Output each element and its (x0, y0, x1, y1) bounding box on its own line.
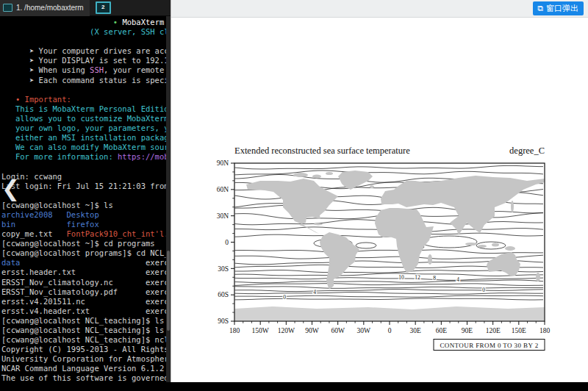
x-tick-label: 90E (462, 327, 473, 334)
terminal-text-segment: your own logo, your parameters, your wel… (15, 123, 166, 132)
terminal-text-segment: [ccwang@localhost NCL_teaching]$ ls (1, 316, 164, 325)
plot-title: Extended reconstructed sea surface tempe… (234, 146, 410, 156)
y-tick-label: 60S (218, 291, 229, 298)
terminal-text-segment: Copyright (C) 1995-2013 - All Rights Res… (1, 345, 166, 354)
terminal-line: (X server, SSH client and network tools) (1, 27, 166, 37)
terminal-text-segment: ➤ Your DISPLAY is set to 192.168.239.1:0… (1, 56, 166, 65)
contour-value-label: 8 (433, 275, 436, 281)
terminal-text-segment (1, 95, 15, 104)
terminal-line: Last login: Fri Jul 15 21:21:03 from 192… (1, 182, 166, 191)
monitor-2-tab-button[interactable]: 2 (96, 1, 111, 14)
terminal-line: ersst.v4.201511.nc exercise_5.ncl (1, 297, 166, 306)
terminal-tab-active[interactable]: 1. /home/mobaxterm (0, 0, 90, 16)
monitor-2-badge: 2 (101, 4, 104, 10)
contour-note-box: CONTOUR FROM 0 TO 30 BY 2 (434, 340, 545, 351)
terminal-line: your own logo, your parameters, your wel… (1, 123, 166, 133)
contour-line (234, 293, 543, 295)
contour-note-text: CONTOUR FROM 0 TO 30 BY 2 (440, 342, 538, 349)
terminal-text-segment: allows you to customize MobaXterm for yo… (15, 114, 166, 123)
contour-line (234, 284, 543, 286)
terminal-text-segment (1, 27, 90, 36)
terminal-line: bin firefox (1, 220, 166, 229)
terminal-line: data exercise_1.ncl (1, 258, 166, 268)
terminal-text-segment: , your remote DISPLAY is forwarded (104, 65, 166, 74)
x-tick-label: 120W (278, 327, 295, 334)
terminal-text-segment: copy_me.txt (1, 229, 53, 238)
terminal-text-segment (20, 258, 146, 267)
terminal-line: For more information: https://mobaxterm.… (1, 152, 166, 162)
continent-australia (487, 252, 520, 276)
terminal-line (1, 162, 166, 171)
terminal-line: [ccwang@localhost programs]$ cd NCL_teac… (1, 248, 166, 258)
terminal-line: • Important: (1, 95, 166, 104)
terminal-scrollbar-thumb[interactable] (167, 251, 170, 331)
island-madagascar (428, 254, 432, 265)
terminal-text-segment: (X server, SSH client and network tools) (90, 27, 166, 36)
terminal-text-segment (1, 152, 15, 161)
contour-line (234, 280, 543, 283)
x-tick-label: 120E (486, 327, 501, 334)
y-tick-label: 0 (225, 239, 229, 246)
x-tick-label: 150W (252, 327, 269, 334)
continent-africa (375, 208, 434, 273)
x-tick-label: 180 (229, 327, 240, 334)
continent-north-america (246, 179, 338, 235)
carousel-prev-chevron[interactable]: ❮ (1, 176, 20, 201)
y-tick-label: 30S (218, 265, 229, 273)
terminal-line: ➤ Each command status is specified by a … (1, 76, 166, 85)
contour-value-label: 4 (456, 276, 459, 283)
x-tick-label: 30W (357, 327, 371, 334)
terminal-output[interactable]: • MobaXterm 10.5 • (X server, SSH client… (0, 16, 166, 382)
terminal-line: [ccwang@localhost ~]$ cd programs (1, 239, 166, 248)
terminal-line: copy_me.txt FontPack910_cht_int'l.exe (1, 229, 166, 239)
terminal-line: NCAR Command Language Version 6.1.2 (1, 364, 166, 373)
terminal-text-segment (1, 123, 15, 132)
popup-button-label: 窗口弹出 (546, 3, 578, 13)
terminal-text-segment: ERSST_Nov_climatology.nc exercise_3.ncl (1, 278, 166, 287)
popup-window-button[interactable]: ⧉ 窗口弹出 (533, 1, 584, 15)
terminal-scrollbar[interactable] (166, 16, 171, 382)
terminal-text-segment: firefox (67, 220, 99, 229)
terminal-text-segment: exercise_1.ncl (146, 258, 166, 267)
continent-greenland (338, 171, 373, 190)
terminal-line: We can also modify MobaXterm sources for… (1, 143, 166, 152)
island-java (478, 245, 487, 248)
terminal-text-segment: • (113, 18, 123, 26)
terminal-tab-icon (3, 4, 12, 12)
terminal-tab-label: 1. /home/mobaxterm (16, 0, 84, 16)
x-tick-label: 60E (436, 327, 448, 334)
terminal-line: ersst.header.txt exercise_2.ncl (1, 268, 166, 277)
contour-line (234, 295, 543, 297)
terminal-text-segment: ersst.v4.header.txt exercise_6.ncl (1, 306, 166, 315)
x-tick-label: 180 (539, 327, 551, 334)
island-arctic-2 (312, 175, 321, 179)
terminal-text-segment (1, 143, 15, 151)
terminal-text-segment: [ccwang@localhost NCL_teaching]$ ncl (1, 335, 166, 344)
terminal-text-segment (15, 220, 67, 229)
island-sumatra (465, 243, 477, 245)
contour-line (234, 250, 543, 254)
terminal-text-segment (1, 18, 113, 26)
island-japan (511, 201, 514, 212)
terminal-text-segment: [ccwang@localhost programs]$ cd NCL_teac… (1, 248, 166, 257)
terminal-line: ersst.v4.header.txt exercise_6.ncl (1, 306, 166, 316)
plot-window: ⧉ 窗口弹出 (171, 0, 588, 391)
terminal-text-segment (1, 114, 15, 123)
terminal-text-segment: This is MobaXterm Personal Edition. The … (15, 104, 166, 113)
terminal-line: ➤ Your DISPLAY is set to 192.168.239.1:0… (1, 56, 166, 65)
land-mask-group (234, 171, 545, 321)
terminal-text-segment: https://mobaxterm.mobatek.net (118, 152, 166, 161)
island-iceland (370, 185, 374, 188)
terminal-line: either an MSI installation package or a … (1, 133, 166, 143)
contour-loop (356, 243, 376, 248)
terminal-line: [ccwang@localhost ~]$ ls (1, 201, 166, 210)
terminal-text-segment: The use of this software is governed by … (1, 373, 166, 382)
terminal-text-segment: University Corporation for Atmospheric R… (1, 354, 166, 363)
terminal-line: This is MobaXterm Personal Edition. The … (1, 104, 166, 114)
popup-window-icon: ⧉ (537, 4, 543, 12)
terminal-line: archive2008 Desktop (1, 210, 166, 220)
terminal-text-segment: [ccwang@localhost ~]$ ls (1, 201, 113, 209)
x-tick-label: 60W (331, 327, 345, 334)
contour-line (234, 287, 543, 289)
terminal-line: The use of this software is governed by … (1, 373, 166, 382)
